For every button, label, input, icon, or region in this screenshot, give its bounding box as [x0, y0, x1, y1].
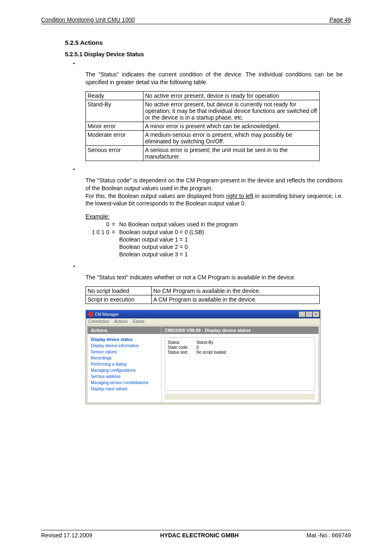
kv-row: State code:0 [168, 345, 312, 350]
sidebar-header: Actions [88, 327, 161, 334]
bullet: • [73, 264, 351, 269]
table-row: Stand-ByNo active error present, but dev… [86, 100, 320, 122]
text-underline: right to left [226, 193, 254, 199]
page-header: Condition Monitoring Unit CMU 1000 Page … [41, 16, 351, 24]
close-button[interactable]: × [313, 311, 319, 317]
footer-left: Revised 17.12.2009 [41, 532, 92, 539]
kv-row: Status text:No script loaded [168, 350, 312, 355]
footer-right: Mat.-No.: 669749 [307, 532, 351, 539]
status-cell: Serious error [86, 145, 143, 161]
header-right: Page 48 [330, 16, 351, 23]
table-row: Script in executionA CM Program is avail… [86, 295, 320, 304]
table-row: Minor errorA minor error is present whic… [86, 122, 320, 130]
kv-key: Status: [168, 340, 196, 345]
window-titlebar[interactable]: CM Manager _ □ × [86, 310, 320, 318]
kv-value: 0 [196, 345, 199, 350]
sidebar-item-sensor-values[interactable]: Sensor values [91, 349, 158, 355]
example-row: Boolean output value 2 = 0 [85, 243, 351, 251]
status-cell: Minor error [86, 122, 143, 130]
example-label: Example: [85, 213, 351, 220]
kv-value: Stand-By [196, 340, 213, 345]
kv-value: No script loaded [196, 350, 226, 355]
example-row: 0=No Boolean output values used in the p… [85, 221, 351, 228]
subsection-heading: 5.2.5.1 Display Device Status [65, 51, 351, 58]
sidebar-item-display-status[interactable]: Display device status [91, 336, 158, 343]
page-footer: Revised 17.12.2009 HYDAC ELECTRONIC GMBH… [41, 530, 351, 539]
window-title: CM Manager [95, 312, 119, 317]
sidebar-item-bus-address[interactable]: Set bus address [91, 373, 158, 380]
status-desc-cell: No active error present, device is ready… [143, 91, 320, 100]
bullet: • [73, 61, 351, 67]
sidebar-item-sensor-constellations[interactable]: Managing sensor constellations [91, 380, 158, 386]
cm-manager-window: CM Manager _ □ × Connection Actions Extr… [85, 310, 321, 404]
sidebar-item-recordings[interactable]: Recordings [91, 355, 158, 361]
text-span: The "Status code" is dependent on the CM… [85, 177, 343, 191]
status-desc-cell: No active error present, but device is c… [143, 100, 320, 122]
status-readout-box: Status:Stand-By State code:0 Status text… [165, 337, 315, 391]
sidebar-item-dialog[interactable]: Performing a dialog [91, 361, 158, 367]
sidebar-item-input-values[interactable]: Display input values [91, 386, 158, 392]
section-heading: 5.2.5 Actions [65, 39, 351, 46]
sidebar-item-device-info[interactable]: Display device information [91, 343, 158, 349]
statustext-cell: Script in execution [86, 295, 152, 304]
table-row: Serious errorA serious error is present;… [86, 145, 320, 161]
status-desc-cell: A medium-serious error is present, which… [143, 130, 320, 145]
menu-extras[interactable]: Extras [133, 319, 144, 324]
status-cell: Moderate error [86, 130, 143, 145]
sidebar: Actions Display device status Display de… [88, 327, 161, 402]
status-table: ReadyNo active error present, device is … [85, 91, 320, 161]
example-row: Boolean output value 1 = 1 [85, 236, 351, 243]
menu-actions[interactable]: Actions [114, 319, 128, 324]
text-span: For this, the Boolean output values are … [85, 193, 226, 199]
kv-key: State code: [168, 345, 196, 350]
statustext-table: No script loadedNo CM Program is availab… [85, 286, 320, 304]
app-icon [88, 312, 93, 317]
statusbar [165, 394, 315, 400]
table-row: No script loadedNo CM Program is availab… [86, 287, 320, 295]
example-block: 0=No Boolean output values used in the p… [85, 221, 351, 258]
menubar: Connection Actions Extras [86, 318, 320, 325]
bullet: • [73, 167, 351, 173]
menu-connection[interactable]: Connection [88, 319, 109, 324]
status-desc-cell: A minor error is present which can be ac… [143, 122, 320, 130]
kv-row: Status:Stand-By [168, 340, 312, 345]
status-intro-paragraph: The "Status" indicates the current condi… [85, 71, 343, 86]
window-controls: _ □ × [299, 311, 319, 317]
example-row: Boolean output value 3 = 1 [85, 251, 351, 258]
kv-key: Status text: [168, 350, 196, 355]
sidebar-item-configurations[interactable]: Managing configurations [91, 367, 158, 373]
example-row: 1 0 1 0=Boolean output value 0 = 0 (LSB) [85, 228, 351, 236]
footer-center: HYDAC ELECTRONIC GMBH [160, 532, 239, 539]
statuscode-paragraph: The "Status code" is dependent on the CM… [85, 177, 343, 208]
sidebar-list: Display device status Display device inf… [88, 334, 161, 394]
status-cell: Ready [86, 91, 143, 100]
main-header: CMU1000 V99.99 - Display device status [161, 327, 318, 334]
statustext-desc-cell: No CM Program is available in the device… [152, 287, 320, 295]
main-area: CMU1000 V99.99 - Display device status S… [161, 327, 318, 402]
statustext-paragraph: The "Status text" indicates whether or n… [85, 274, 343, 281]
maximize-button[interactable]: □ [306, 311, 312, 317]
table-row: Moderate errorA medium-serious error is … [86, 130, 320, 145]
table-row: ReadyNo active error present, device is … [86, 91, 320, 100]
header-left: Condition Monitoring Unit CMU 1000 [41, 16, 135, 23]
statustext-desc-cell: A CM Program is available in the device. [152, 295, 320, 304]
statustext-cell: No script loaded [86, 287, 152, 295]
window-body: Actions Display device status Display de… [87, 326, 319, 403]
status-cell: Stand-By [86, 100, 143, 122]
minimize-button[interactable]: _ [299, 311, 305, 317]
status-desc-cell: A serious error is present; the unit mus… [143, 145, 320, 161]
